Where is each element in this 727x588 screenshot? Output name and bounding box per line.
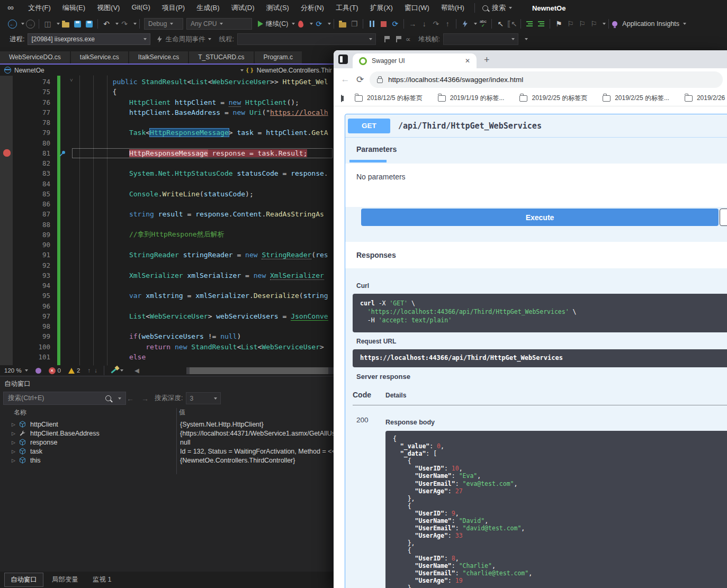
chevron-down-icon[interactable] bbox=[57, 23, 60, 25]
prev-issue-icon[interactable]: ↑ bbox=[87, 367, 91, 374]
step-over-icon[interactable]: ↷ bbox=[430, 18, 441, 30]
navigate-back-button[interactable]: ← bbox=[7, 18, 17, 30]
document-tab-0[interactable]: WebServiceDO.cs bbox=[0, 51, 70, 64]
stop-debug-button[interactable] bbox=[378, 18, 389, 30]
undo-button[interactable]: ↶ bbox=[101, 18, 112, 30]
pause-button[interactable] bbox=[366, 18, 377, 30]
bookmark-item-0[interactable]: 2018/12/5 的标签页 bbox=[355, 94, 423, 103]
clear-button[interactable] bbox=[720, 209, 727, 226]
platform-dropdown[interactable]: Any CPU bbox=[186, 18, 252, 30]
find-in-files-button[interactable] bbox=[337, 18, 348, 30]
document-tab-3[interactable]: T_STUCARD.cs bbox=[189, 51, 253, 64]
tab-parameters[interactable]: Parameters bbox=[356, 145, 397, 153]
save-button[interactable] bbox=[72, 18, 83, 30]
prev-bookmark-button[interactable]: ⚐ bbox=[565, 18, 576, 30]
show-flagged-only-icon[interactable]: ∝ bbox=[403, 33, 414, 45]
thread-dropdown[interactable] bbox=[237, 33, 376, 45]
breadcrumb-member[interactable]: NewnetOe.Controllers.Thir bbox=[257, 67, 332, 74]
spell-check-button[interactable]: abc✓ bbox=[478, 18, 488, 30]
menu-item-12[interactable]: 帮助(H) bbox=[435, 3, 470, 13]
chevron-down-icon[interactable] bbox=[133, 23, 137, 25]
search-forward-icon[interactable]: → bbox=[141, 394, 149, 403]
lifecycle-events-label[interactable]: 生命周期事件 bbox=[165, 35, 205, 44]
search-back-icon[interactable]: ← bbox=[127, 394, 134, 403]
continue-button[interactable]: 继续(C) bbox=[258, 18, 288, 30]
chevron-down-icon[interactable] bbox=[118, 397, 121, 400]
expand-chevron-icon[interactable]: ▷ bbox=[12, 422, 15, 427]
toggle-bookmark-button[interactable]: ⚑ bbox=[553, 18, 564, 30]
new-tab-button[interactable]: + bbox=[484, 55, 490, 66]
name-column-header[interactable]: 名称 bbox=[14, 408, 26, 417]
restart-debug-button[interactable]: ⟳ bbox=[390, 18, 400, 30]
stack-frame-dropdown[interactable] bbox=[443, 33, 518, 45]
solution-config-dropdown[interactable]: Debug bbox=[144, 18, 183, 30]
navigate-forward-button[interactable]: → bbox=[25, 18, 35, 30]
expand-chevron-icon[interactable]: ▷ bbox=[12, 431, 15, 436]
tab-actions-icon[interactable] bbox=[338, 55, 348, 64]
close-tab-icon[interactable]: ✕ bbox=[465, 57, 470, 65]
search-depth-dropdown[interactable]: 3 bbox=[186, 392, 221, 404]
process-dropdown[interactable]: [20984] iisexpress.exe bbox=[28, 33, 150, 45]
curl-command-box[interactable]: curl -X 'GET' \ 'https://localhost:44366… bbox=[353, 294, 727, 332]
menu-item-7[interactable]: 测试(S) bbox=[261, 3, 295, 13]
address-bar[interactable]: https://localhost:44366/swagger/index.ht… bbox=[370, 71, 723, 88]
next-issue-icon[interactable]: ↓ bbox=[94, 367, 97, 374]
panel-tab-2[interactable]: 监视 1 bbox=[87, 573, 117, 586]
clear-bookmarks-button[interactable]: ⚐ bbox=[588, 18, 599, 30]
horizontal-scrollbar[interactable] bbox=[186, 367, 334, 374]
open-file-button[interactable] bbox=[60, 18, 71, 30]
decrease-indent-button[interactable] bbox=[524, 18, 535, 30]
value-column-header[interactable]: 值 bbox=[179, 408, 185, 417]
chevron-down-icon[interactable] bbox=[208, 38, 211, 40]
next-bookmark-button[interactable]: ⚐ bbox=[577, 18, 587, 30]
application-insights-button[interactable]: Application Insights bbox=[612, 18, 679, 30]
expand-chevron-icon[interactable]: ▷ bbox=[12, 458, 15, 463]
menu-item-9[interactable]: 工具(T) bbox=[330, 3, 364, 13]
code-cleanup-icon[interactable] bbox=[111, 369, 123, 372]
save-all-button[interactable] bbox=[84, 18, 94, 30]
zoom-dropdown[interactable]: 120 % bbox=[4, 367, 28, 374]
vs-search-box[interactable]: 搜索 bbox=[482, 3, 512, 13]
menu-item-6[interactable]: 调试(D) bbox=[226, 3, 261, 13]
panel-tab-0[interactable]: 自动窗口 bbox=[4, 573, 43, 587]
chevron-down-icon[interactable] bbox=[603, 23, 606, 25]
browser-back-icon[interactable]: ← bbox=[338, 74, 353, 85]
step-into-icon[interactable]: ↓ bbox=[419, 18, 429, 30]
expand-chevron-icon[interactable]: ▷ bbox=[12, 449, 15, 454]
chevron-down-icon[interactable] bbox=[21, 23, 24, 25]
pin-dropper-icon[interactable] bbox=[59, 150, 66, 157]
breadcrumb-project[interactable]: NewnetOe bbox=[14, 67, 44, 74]
chevron-down-icon[interactable] bbox=[292, 23, 295, 25]
collapse-chevron-icon[interactable]: ˅ bbox=[70, 77, 73, 83]
menu-item-8[interactable]: 分析(N) bbox=[295, 3, 330, 13]
execute-button[interactable]: Execute bbox=[361, 209, 719, 226]
toolbar-overflow-icon[interactable] bbox=[525, 38, 528, 40]
document-tab-4[interactable]: Program.c bbox=[255, 51, 302, 64]
document-tab-2[interactable]: ItalkService.cs bbox=[129, 51, 188, 64]
breadcrumb-member-group[interactable]: ❴❵ NewnetOe.Controllers.Thir bbox=[243, 67, 332, 74]
chevron-down-icon[interactable] bbox=[328, 23, 331, 25]
sidebar-toggle-icon[interactable] bbox=[341, 95, 342, 102]
menu-item-11[interactable]: 窗口(W) bbox=[399, 3, 435, 13]
bookmark-item-3[interactable]: 2019/2/25 的标签... bbox=[603, 94, 669, 103]
menu-item-5[interactable]: 生成(B) bbox=[191, 3, 225, 13]
expand-chevron-icon[interactable]: ▷ bbox=[12, 440, 15, 445]
browser-reload-icon[interactable]: ⟳ bbox=[353, 74, 367, 85]
browser-tab[interactable]: Swagger UI ✕ bbox=[353, 53, 477, 68]
secure-lock-icon[interactable] bbox=[377, 78, 383, 83]
feedback-icon[interactable] bbox=[35, 368, 41, 374]
flag-all-threads-icon[interactable] bbox=[391, 33, 402, 45]
select-pointer-button[interactable]: ↖ bbox=[495, 18, 506, 30]
bookmark-item-1[interactable]: 2019/1/19 的标签... bbox=[438, 94, 505, 103]
request-url-box[interactable]: https://localhost:44366/api/Third/HttpGe… bbox=[353, 349, 727, 367]
scrollbar-thumb[interactable] bbox=[190, 367, 328, 374]
error-count[interactable]: ✕0 bbox=[49, 367, 61, 374]
flag-thread-icon[interactable] bbox=[380, 33, 390, 45]
menu-item-3[interactable]: Git(G) bbox=[125, 3, 156, 13]
chevron-down-icon[interactable] bbox=[310, 23, 313, 25]
code-map-button[interactable]: ⟦↖ bbox=[507, 18, 517, 30]
increase-indent-button[interactable] bbox=[536, 18, 546, 30]
menu-item-4[interactable]: 项目(P) bbox=[156, 3, 191, 13]
operation-header[interactable]: GET /api/Third/HttpGet_WebServices bbox=[345, 114, 727, 138]
menu-item-2[interactable]: 视图(V) bbox=[91, 3, 125, 13]
